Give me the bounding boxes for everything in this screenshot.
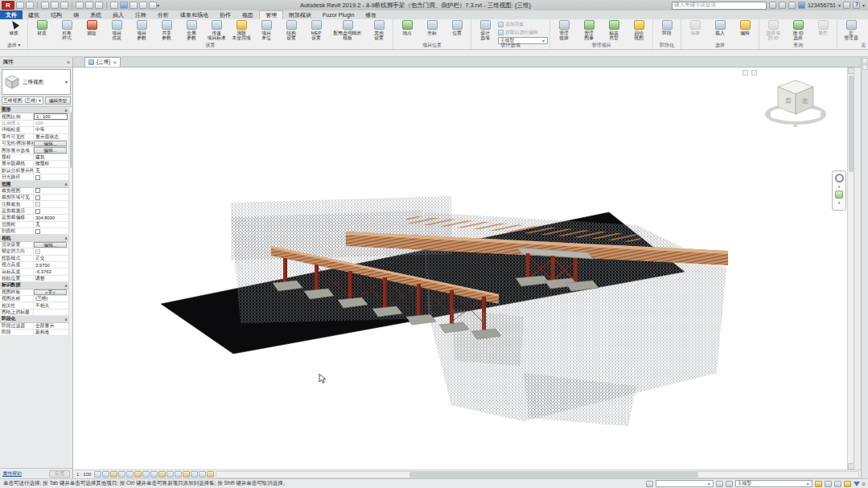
ribbon-button-modify[interactable]: 修改 (2, 20, 26, 35)
property-value[interactable]: -6.3763 (34, 269, 72, 274)
tab-注释[interactable]: 注释 (130, 10, 152, 19)
render-icon[interactable] (134, 471, 142, 478)
ribbon-button-transfer-project-standards[interactable]: 传递 项目标准 (204, 20, 228, 40)
default-3d-view-icon[interactable] (120, 2, 128, 9)
background-processes-icon[interactable] (834, 481, 841, 487)
property-value[interactable] (34, 249, 72, 254)
tab-钢[interactable]: 钢 (68, 10, 84, 19)
thin-lines-icon[interactable] (139, 2, 147, 9)
selection-filter-icon[interactable] (854, 482, 860, 486)
measure-icon[interactable] (85, 2, 93, 9)
property-checkbox[interactable] (35, 188, 40, 193)
user-interface-icon[interactable] (149, 2, 157, 9)
property-value[interactable]: 编辑... (34, 141, 67, 147)
ribbon-button-purge-unused[interactable]: 清除 未使用项 (229, 20, 253, 40)
ribbon-button-global-parameters[interactable]: 全局 参数 (179, 20, 204, 40)
ribbon-button-ids-of-selection[interactable]: 选择项 的 ID (761, 20, 785, 40)
help-icon[interactable] (853, 2, 860, 9)
ribbon-button-phases[interactable]: 阶段 (655, 20, 679, 35)
ribbon-button-coordinates[interactable]: 坐标 (420, 20, 444, 35)
property-value[interactable]: 无 (34, 221, 72, 228)
tab-协作[interactable]: 协作 (214, 10, 237, 19)
open-icon[interactable] (16, 2, 24, 9)
worksharing-display-icon[interactable] (191, 471, 198, 478)
user-avatar-icon[interactable] (798, 2, 805, 9)
tab-结构[interactable]: 结构 (45, 10, 68, 19)
zoom-icon[interactable] (835, 191, 843, 199)
tab-系统[interactable]: 系统 (84, 10, 107, 19)
shadows-icon[interactable] (126, 471, 134, 478)
visual-style-icon[interactable] (110, 471, 117, 478)
aligned-dimension-icon[interactable] (95, 2, 103, 9)
edit-type-button[interactable]: 编辑类型 (45, 96, 71, 105)
selection-toggle-icon[interactable] (844, 481, 851, 487)
press-drag-icon[interactable] (825, 481, 832, 487)
zoom-chevron-icon[interactable]: ▾ (838, 200, 841, 205)
text-icon[interactable] (110, 2, 118, 9)
view-tab-3d[interactable]: {三维} ✕ (84, 57, 121, 67)
app-store-icon[interactable] (843, 2, 850, 9)
property-value[interactable]: 3.9700 (34, 263, 72, 268)
print-icon[interactable] (76, 2, 84, 9)
username[interactable]: 123456751 (808, 2, 836, 8)
close-icon[interactable]: × (67, 59, 70, 65)
ribbon-button-panel-schedule-templates[interactable]: 配电盘明细表 模板 (329, 20, 366, 40)
ribbon-button-project-parameters[interactable]: 项目 参数 (130, 20, 154, 40)
grid-icon[interactable] (751, 70, 757, 76)
view-scale-button[interactable]: 1 : 100 (73, 472, 94, 477)
temporary-view-properties-icon[interactable] (175, 471, 182, 478)
sun-path-icon[interactable] (118, 471, 125, 478)
ribbon-button-additional-settings[interactable]: 其他 设置 (367, 20, 391, 40)
ribbon-button-object-styles[interactable]: 对象 样式 (55, 20, 79, 40)
ribbon-button-structural-settings[interactable]: 结构 设置 (279, 20, 303, 40)
ribbon-button-project-units[interactable]: 项目 单位 (254, 20, 278, 40)
ribbon-button-warnings[interactable]: 警告 (811, 20, 835, 35)
steering-wheel-chevron-icon[interactable]: ▾ (838, 184, 841, 189)
revit-logo-icon[interactable]: R (2, 1, 14, 10)
ribbon-button-starting-view[interactable]: 启动 视图 (627, 20, 651, 40)
ribbon-button-load-selection[interactable]: 载入 (708, 20, 732, 35)
collapse-panel-icon[interactable] (862, 58, 868, 64)
property-checkbox[interactable] (35, 229, 40, 234)
ribbon-button-snaps[interactable]: 捕捉 (80, 20, 104, 35)
tab-管理[interactable]: 管理 (259, 10, 283, 19)
tab-体量和场地[interactable]: 体量和场地 (175, 10, 214, 19)
ribbon-button-macro-manager[interactable]: 宏 管理器 (839, 20, 863, 40)
tab-附加模块[interactable]: 附加模块 (283, 10, 317, 19)
favorites-icon[interactable] (788, 2, 796, 9)
tab-Fuzor Plugin[interactable]: Fuzor Plugin (317, 10, 360, 19)
ribbon-button-project-information[interactable]: 项目 信息 (105, 20, 129, 40)
property-value[interactable]: 新构造 (34, 329, 72, 336)
viewcube[interactable]: 后 左 (762, 72, 831, 137)
property-value[interactable]: 不相关 (34, 302, 72, 310)
canvas-vertical-scrollbar[interactable] (847, 68, 854, 470)
ribbon-button-design-options[interactable]: 设计 选项 (473, 20, 497, 40)
property-checkbox[interactable] (35, 175, 40, 180)
ribbon-button-location[interactable]: 地点 (395, 20, 419, 35)
property-value[interactable]: 无 (34, 167, 72, 174)
view-tab-close-icon[interactable]: ✕ (113, 59, 117, 65)
ribbon-button-decal-types[interactable]: 贴花 类型 (602, 20, 626, 40)
ribbon-button-pick-to-edit[interactable]: 拾取以进行编辑 (498, 29, 548, 36)
show-constraints-icon[interactable] (183, 471, 190, 478)
ribbon-button-shared-parameters[interactable]: 共享 参数 (154, 20, 179, 40)
property-value[interactable]: <无> (34, 289, 67, 296)
canvas-horizontal-scrollbar[interactable] (216, 471, 859, 478)
detail-level-icon[interactable] (102, 471, 109, 478)
exclude-options-icon[interactable] (815, 481, 822, 487)
sync-icon[interactable] (41, 2, 49, 9)
scroll-up-icon[interactable] (848, 68, 854, 74)
search-icon[interactable] (769, 2, 776, 9)
property-value[interactable]: 304.8000 (34, 215, 72, 220)
ribbon-button-position[interactable]: 位置 (445, 20, 469, 35)
scroll-down-icon[interactable] (848, 463, 854, 470)
design-options-icon[interactable] (726, 481, 733, 487)
ribbon-button-macro-security[interactable]: 宏 安全性 (864, 20, 868, 40)
section-icon[interactable] (130, 2, 138, 9)
ribbon-button-materials[interactable]: 材质 (30, 20, 54, 35)
type-selector-chevron-icon[interactable]: ▼ (64, 80, 68, 84)
property-value[interactable]: 编辑... (34, 242, 67, 248)
worksets-combo[interactable]: ▼ (656, 480, 714, 487)
property-value[interactable]: 正交 (34, 255, 72, 262)
property-value[interactable] (34, 209, 72, 214)
